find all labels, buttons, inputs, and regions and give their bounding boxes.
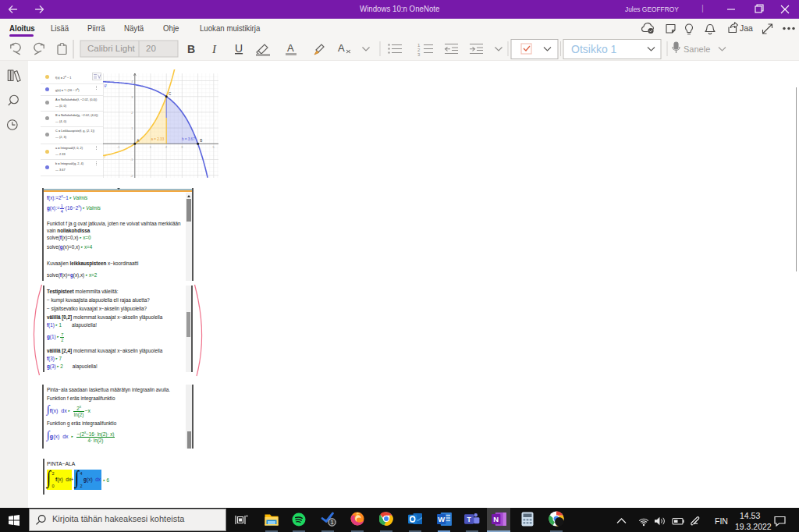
svg-text:2: 2 bbox=[131, 112, 133, 115]
svg-text:a = 2.33: a = 2.33 bbox=[151, 137, 165, 141]
svg-text:3: 3 bbox=[417, 52, 421, 57]
svg-text:5: 5 bbox=[213, 146, 215, 149]
svg-text:1: 1 bbox=[330, 519, 333, 526]
svg-text:Sanele: Sanele bbox=[684, 44, 710, 54]
svg-text:1: 1 bbox=[131, 127, 133, 130]
svg-text:U: U bbox=[235, 42, 243, 55]
svg-text:B: B bbox=[187, 43, 195, 55]
svg-text:20: 20 bbox=[146, 44, 156, 53]
svg-text:1: 1 bbox=[150, 146, 151, 149]
svg-text:Calibri Light: Calibri Light bbox=[87, 44, 136, 53]
svg-text:Otsikko 1: Otsikko 1 bbox=[571, 43, 617, 55]
svg-text:N: N bbox=[493, 515, 499, 523]
svg-text:4: 4 bbox=[131, 80, 133, 83]
svg-text:b = 3.67: b = 3.67 bbox=[182, 137, 195, 141]
svg-text:W: W bbox=[438, 515, 445, 523]
svg-text:A: A bbox=[287, 42, 294, 54]
svg-text:2: 2 bbox=[165, 146, 167, 149]
svg-text:T: T bbox=[467, 516, 472, 523]
svg-text:-2: -2 bbox=[130, 175, 133, 178]
svg-text:B: B bbox=[200, 139, 202, 143]
svg-text:-1: -1 bbox=[117, 146, 119, 149]
svg-text:-1: -1 bbox=[130, 158, 133, 161]
svg-text:A: A bbox=[338, 42, 345, 54]
svg-text:3: 3 bbox=[181, 146, 183, 149]
svg-text:Jaa: Jaa bbox=[740, 23, 753, 33]
svg-text:I: I bbox=[211, 43, 217, 55]
svg-text:3: 3 bbox=[131, 96, 133, 99]
